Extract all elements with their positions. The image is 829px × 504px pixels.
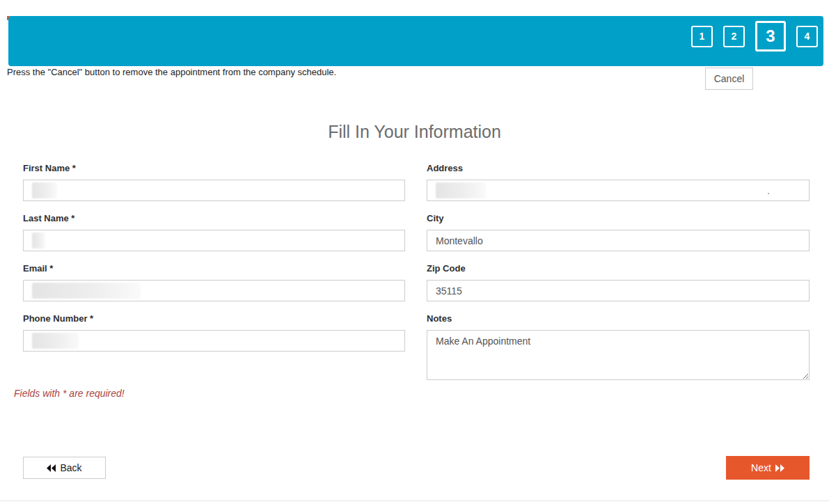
fast-forward-icon — [775, 464, 784, 472]
city-input[interactable] — [427, 230, 810, 251]
phone-number-label: Phone Number * — [23, 313, 405, 324]
last-name-input[interactable] — [23, 230, 405, 251]
first-name-field-wrap — [23, 180, 405, 201]
step-indicators: 1 2 3 4 — [691, 21, 818, 52]
notes-textarea[interactable]: Make An Appointment — [427, 330, 810, 380]
email-field-wrap — [23, 280, 405, 301]
zip-code-field-wrap — [427, 280, 810, 301]
cancel-button[interactable]: Cancel — [705, 68, 753, 90]
step-4[interactable]: 4 — [796, 26, 818, 47]
email-input[interactable] — [23, 280, 405, 301]
address-field-wrap — [427, 180, 810, 201]
last-name-label: Last Name * — [23, 213, 405, 223]
phone-number-input[interactable] — [23, 330, 405, 352]
zip-code-label: Zip Code — [427, 263, 810, 274]
next-button[interactable]: Next — [726, 456, 810, 480]
address-input[interactable] — [427, 180, 810, 201]
wizard-step-bar: 1 2 3 4 — [8, 16, 823, 66]
notes-label: Notes — [427, 313, 810, 324]
last-name-field-wrap — [23, 230, 405, 251]
notes-field-wrap: Make An Appointment — [427, 330, 810, 383]
phone-number-field-wrap — [23, 330, 405, 352]
step-1[interactable]: 1 — [691, 26, 713, 47]
page-title: Fill In Your Information — [0, 122, 829, 142]
required-fields-note: Fields with * are required! — [14, 388, 125, 399]
city-field-wrap — [427, 230, 810, 251]
bottom-divider — [0, 501, 829, 501]
step-3-active[interactable]: 3 — [755, 21, 786, 52]
address-label: Address — [427, 163, 810, 173]
zip-code-input[interactable] — [427, 280, 810, 301]
first-name-input[interactable] — [23, 180, 405, 201]
city-label: City — [427, 213, 810, 223]
next-button-label: Next — [751, 462, 771, 473]
appointment-wizard-page: 1 2 3 4 Press the "Cancel" button to rem… — [0, 0, 829, 504]
fast-backward-icon — [47, 464, 56, 472]
back-button[interactable]: Back — [23, 457, 106, 479]
email-label: Email * — [23, 263, 405, 274]
back-button-label: Back — [60, 462, 81, 473]
first-name-label: First Name * — [23, 163, 405, 173]
cancel-instruction-text: Press the "Cancel" button to remove the … — [7, 67, 336, 77]
step-2[interactable]: 2 — [723, 26, 745, 47]
